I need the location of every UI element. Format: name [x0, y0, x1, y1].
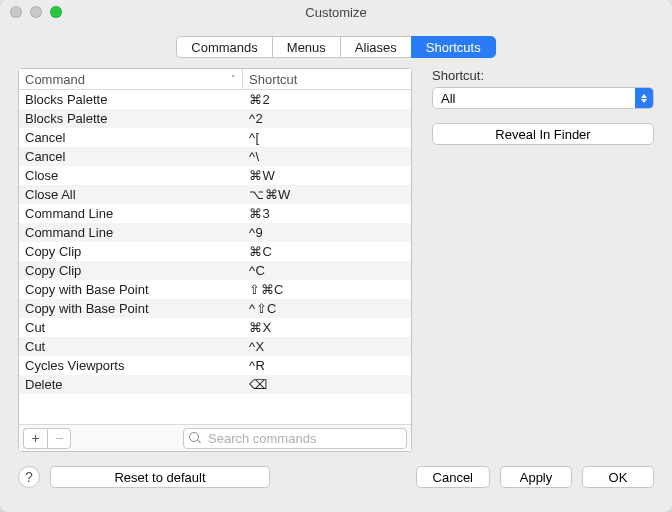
cell-shortcut: ⇧⌘C — [243, 282, 411, 297]
window-close-icon[interactable] — [10, 6, 22, 18]
dialog-footer: ? Reset to default Cancel Apply OK — [0, 452, 672, 502]
table-row[interactable]: Blocks Palette^2 — [19, 109, 411, 128]
apply-button[interactable]: Apply — [500, 466, 572, 488]
table-row[interactable]: Cut^X — [19, 337, 411, 356]
reveal-in-finder-button[interactable]: Reveal In Finder — [432, 123, 654, 145]
cell-command: Close — [19, 168, 243, 183]
cell-command: Close All — [19, 187, 243, 202]
table-row[interactable]: Copy with Base Point^⇧C — [19, 299, 411, 318]
table-row[interactable]: Cancel^[ — [19, 128, 411, 147]
side-panel: Shortcut: All Reveal In Finder — [412, 68, 654, 452]
tab-aliases[interactable]: Aliases — [340, 36, 411, 58]
tab-shortcuts[interactable]: Shortcuts — [411, 36, 496, 58]
table-row[interactable]: Cycles Viewports^R — [19, 356, 411, 375]
table-row[interactable]: Cancel^\ — [19, 147, 411, 166]
remove-button[interactable]: − — [47, 428, 71, 449]
cell-shortcut: ^2 — [243, 111, 411, 126]
table-row[interactable]: Copy Clip^C — [19, 261, 411, 280]
cell-shortcut: ^X — [243, 339, 411, 354]
table-row[interactable]: Copy Clip⌘C — [19, 242, 411, 261]
tab-commands[interactable]: Commands — [176, 36, 271, 58]
table-row[interactable]: Command Line^9 — [19, 223, 411, 242]
help-button[interactable]: ? — [18, 466, 40, 488]
cell-command: Cycles Viewports — [19, 358, 243, 373]
select-stepper-icon — [635, 88, 653, 108]
cell-shortcut: ⌘W — [243, 168, 411, 183]
window-traffic-lights — [10, 6, 62, 18]
cell-shortcut: ⌫ — [243, 377, 411, 392]
table-row[interactable]: Close All⌥⌘W — [19, 185, 411, 204]
cell-command: Copy with Base Point — [19, 282, 243, 297]
search-icon — [189, 432, 201, 444]
search-input[interactable] — [183, 428, 407, 449]
tab-menus[interactable]: Menus — [272, 36, 340, 58]
shortcuts-table-container: Command ˄ Shortcut Blocks Palette⌘2Block… — [18, 68, 412, 452]
titlebar: Customize — [0, 0, 672, 24]
table-row[interactable] — [19, 394, 411, 413]
add-remove-group: + − — [23, 428, 71, 449]
cell-shortcut: ^R — [243, 358, 411, 373]
column-header-command[interactable]: Command ˄ — [19, 69, 243, 89]
tab-segmented-control: Commands Menus Aliases Shortcuts — [176, 36, 495, 58]
cell-command: Blocks Palette — [19, 92, 243, 107]
cell-command: Copy Clip — [19, 244, 243, 259]
table-row[interactable]: Close⌘W — [19, 166, 411, 185]
reset-button[interactable]: Reset to default — [50, 466, 270, 488]
sort-ascending-icon: ˄ — [231, 74, 236, 84]
shortcut-filter-label: Shortcut: — [432, 68, 654, 83]
cell-shortcut: ⌘X — [243, 320, 411, 335]
cell-shortcut: ⌥⌘W — [243, 187, 411, 202]
search-field — [183, 428, 407, 449]
add-button[interactable]: + — [23, 428, 47, 449]
cell-command: Copy Clip — [19, 263, 243, 278]
shortcut-filter-select[interactable]: All — [432, 87, 654, 109]
cell-shortcut: ⌘3 — [243, 206, 411, 221]
table-footer: + − — [19, 424, 411, 451]
table-row[interactable]: Copy with Base Point⇧⌘C — [19, 280, 411, 299]
cell-command: Command Line — [19, 225, 243, 240]
cell-command: Command Line — [19, 206, 243, 221]
cell-command: Copy with Base Point — [19, 301, 243, 316]
cell-command: Cancel — [19, 130, 243, 145]
cell-shortcut: ^[ — [243, 130, 411, 145]
table-row[interactable]: Cut⌘X — [19, 318, 411, 337]
cancel-button[interactable]: Cancel — [416, 466, 490, 488]
cell-command: Cut — [19, 320, 243, 335]
window-zoom-icon[interactable] — [50, 6, 62, 18]
table-row[interactable]: Blocks Palette⌘2 — [19, 90, 411, 109]
cell-shortcut: ⌘C — [243, 244, 411, 259]
cell-command: Delete — [19, 377, 243, 392]
table-header: Command ˄ Shortcut — [19, 69, 411, 90]
cell-shortcut: ^9 — [243, 225, 411, 240]
window-title: Customize — [0, 5, 672, 20]
cell-shortcut: ^⇧C — [243, 301, 411, 316]
cell-command: Blocks Palette — [19, 111, 243, 126]
cell-command: Cancel — [19, 149, 243, 164]
cell-shortcut: ^C — [243, 263, 411, 278]
ok-button[interactable]: OK — [582, 466, 654, 488]
table-body: Blocks Palette⌘2Blocks Palette^2Cancel^[… — [19, 90, 411, 424]
cell-shortcut: ⌘2 — [243, 92, 411, 107]
table-row[interactable]: Command Line⌘3 — [19, 204, 411, 223]
column-header-shortcut[interactable]: Shortcut — [243, 69, 411, 89]
cell-command: Cut — [19, 339, 243, 354]
window-minimize-icon[interactable] — [30, 6, 42, 18]
table-row[interactable]: Delete⌫ — [19, 375, 411, 394]
tab-bar: Commands Menus Aliases Shortcuts — [0, 24, 672, 68]
cell-shortcut: ^\ — [243, 149, 411, 164]
